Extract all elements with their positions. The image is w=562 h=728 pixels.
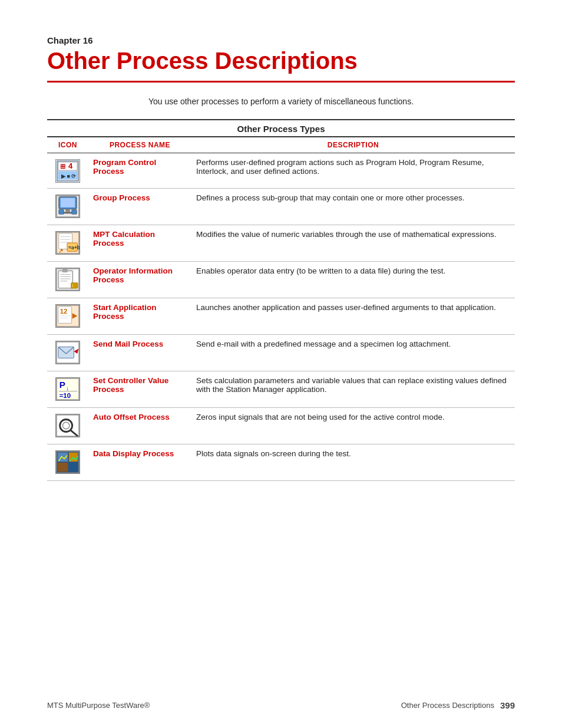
description-cell: Modifies the value of numeric variables … xyxy=(191,225,515,262)
process-name-text: Data Display Process xyxy=(93,449,174,458)
table-row: 12 Start Application Process Launches an… xyxy=(47,298,515,335)
process-name-cell: Data Display Process xyxy=(88,444,191,481)
svg-text:↓: ↓ xyxy=(66,385,69,391)
process-name-cell: Send Mail Process xyxy=(88,335,191,371)
process-name-cell: MPT Calculation Process xyxy=(88,225,191,262)
process-name-text: Send Mail Process xyxy=(93,340,163,348)
process-name-cell: Operator Information Process xyxy=(88,262,191,298)
description-cell: Defines a process sub-group that may con… xyxy=(191,189,515,225)
svg-rect-53 xyxy=(58,463,68,472)
icon-cell: P ↓ =10 xyxy=(47,371,88,408)
process-name-text: Set Controller Value Process xyxy=(93,376,168,394)
icon-cell: ⊞ 4 ▶ ■ ⟳ xyxy=(47,153,88,189)
footer-right-label: Other Process Descriptions xyxy=(401,701,494,710)
svg-text:=a+b: =a+b xyxy=(68,245,80,251)
table-row: =a+b ↗ MPT Calculation Process Modifies … xyxy=(47,225,515,262)
icon-cell: 12 xyxy=(47,298,88,335)
table-title: Other Process Types xyxy=(47,119,515,136)
chapter-label: Chapter 16 xyxy=(47,35,515,45)
red-divider xyxy=(47,81,515,83)
process-types-table: Other Process Types Icon Process Name De… xyxy=(47,119,515,481)
svg-rect-9 xyxy=(65,209,70,212)
svg-rect-12 xyxy=(72,210,77,215)
description-cell: Performs user-defined program actions su… xyxy=(191,153,515,189)
icon-cell: i xyxy=(47,262,88,298)
table-row: P ↓ =10 Set Controller Value Process Set… xyxy=(47,371,515,408)
icon-cell: =a+b ↗ xyxy=(47,225,88,262)
operator-information-icon: i xyxy=(55,268,80,291)
table-row: Data Display Process Plots data signals … xyxy=(47,444,515,481)
svg-rect-8 xyxy=(61,198,75,207)
svg-rect-54 xyxy=(69,463,78,472)
icon-cell xyxy=(47,189,88,225)
svg-text:P: P xyxy=(59,380,65,390)
data-display-icon xyxy=(55,450,80,474)
description-cell: Plots data signals on-screen during the … xyxy=(191,444,515,481)
col-header-description: Description xyxy=(191,137,515,153)
process-name-text: Start Application Process xyxy=(93,303,157,321)
auto-offset-icon xyxy=(55,414,80,437)
footer-right: Other Process Descriptions 399 xyxy=(401,700,515,710)
table-row: i Operator Information Process Enables o… xyxy=(47,262,515,298)
process-name-cell: Program Control Process xyxy=(88,153,191,189)
page: Chapter 16 Other Process Descriptions Yo… xyxy=(0,0,562,728)
svg-text:=10: =10 xyxy=(59,392,71,399)
process-name-text: Operator Information Process xyxy=(93,266,173,284)
svg-text:12: 12 xyxy=(60,308,68,315)
svg-text:⊞: ⊞ xyxy=(60,163,65,170)
intro-text: You use other processes to perform a var… xyxy=(47,97,515,106)
table-row: ⊞ 4 ▶ ■ ⟳ Program Control Process Perfor… xyxy=(47,153,515,189)
process-name-text: Group Process xyxy=(93,193,150,202)
col-header-process-name: Process Name xyxy=(88,137,191,153)
icon-cell xyxy=(47,408,88,444)
process-name-text: Program Control Process xyxy=(93,158,156,176)
mpt-calculation-icon: =a+b ↗ xyxy=(55,231,80,255)
process-name-cell: Group Process xyxy=(88,189,191,225)
start-application-icon: 12 xyxy=(55,304,80,328)
footer-left: MTS MultiPurpose TestWare® xyxy=(47,701,150,710)
program-control-icon: ⊞ 4 ▶ ■ ⟳ xyxy=(55,159,80,183)
icon-cell xyxy=(47,444,88,481)
icon-cell xyxy=(47,335,88,371)
description-cell: Send e-mail with a predefined message an… xyxy=(191,335,515,371)
chapter-title: Other Process Descriptions xyxy=(47,48,515,74)
table-row: Auto Offset Process Zeros input signals … xyxy=(47,408,515,444)
process-name-cell: Auto Offset Process xyxy=(88,408,191,444)
svg-rect-11 xyxy=(59,210,64,215)
svg-rect-28 xyxy=(62,269,67,272)
svg-rect-10 xyxy=(63,212,72,214)
process-name-text: Auto Offset Process xyxy=(93,413,170,421)
footer-page-number: 399 xyxy=(500,700,515,710)
send-mail-icon xyxy=(55,341,80,364)
col-header-icon: Icon xyxy=(47,137,88,153)
description-cell: Zeros input signals that are not being u… xyxy=(191,408,515,444)
process-name-cell: Set Controller Value Process xyxy=(88,371,191,408)
description-cell: Sets calculation parameters and variable… xyxy=(191,371,515,408)
table-row: Group Process Defines a process sub-grou… xyxy=(47,189,515,225)
set-controller-icon: P ↓ =10 xyxy=(55,377,80,401)
table-row: Send Mail Process Send e-mail with a pre… xyxy=(47,335,515,371)
svg-text:▶ ■ ⟳: ▶ ■ ⟳ xyxy=(61,173,76,179)
description-cell: Launches another application and passes … xyxy=(191,298,515,335)
description-cell: Enables operator data entry (to be writt… xyxy=(191,262,515,298)
footer: MTS MultiPurpose TestWare® Other Process… xyxy=(47,700,515,710)
process-name-cell: Start Application Process xyxy=(88,298,191,335)
svg-text:↗: ↗ xyxy=(58,248,63,254)
svg-text:4: 4 xyxy=(68,162,73,170)
process-name-text: MPT Calculation Process xyxy=(93,230,155,248)
group-process-icon xyxy=(55,195,80,218)
